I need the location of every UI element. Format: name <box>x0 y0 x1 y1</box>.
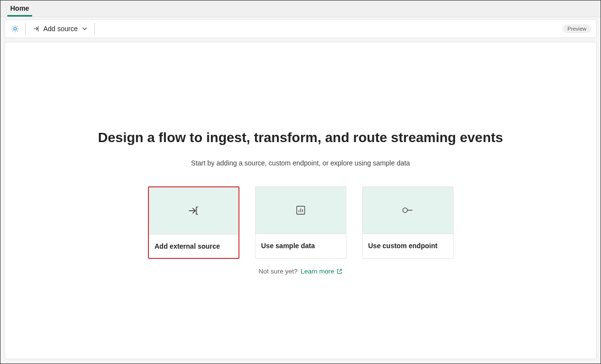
gear-icon <box>11 24 19 33</box>
card-use-custom-endpoint[interactable]: Use custom endpoint <box>362 186 454 259</box>
card-icon-area <box>149 187 238 234</box>
card-label: Use sample data <box>255 234 346 257</box>
page-subhead: Start by adding a source, custom endpoin… <box>191 159 410 167</box>
helper-row: Not sure yet? Learn more <box>258 268 342 275</box>
source-in-icon <box>187 204 200 217</box>
svg-point-0 <box>14 27 16 30</box>
card-icon-area <box>363 187 453 234</box>
source-in-icon <box>33 25 40 33</box>
main-canvas: Design a flow to ingest, transform, and … <box>4 42 597 359</box>
helper-prefix: Not sure yet? <box>258 268 297 275</box>
chevron-down-icon <box>82 26 88 32</box>
endpoint-icon <box>401 205 414 216</box>
tab-home[interactable]: Home <box>7 0 32 17</box>
option-cards: Add external source Use sample data <box>148 186 454 259</box>
external-link-icon <box>336 268 343 274</box>
toolbar: Add source Preview <box>4 19 597 38</box>
page-headline: Design a flow to ingest, transform, and … <box>98 130 503 146</box>
learn-more-link[interactable]: Learn more <box>301 268 343 275</box>
toolbar-divider <box>25 23 26 35</box>
settings-button[interactable] <box>8 21 22 36</box>
add-source-label: Add source <box>43 25 78 33</box>
svg-point-2 <box>402 208 407 212</box>
bar-chart-icon <box>295 205 306 216</box>
preview-badge: Preview <box>563 24 591 33</box>
learn-more-label: Learn more <box>301 268 334 275</box>
card-add-external-source[interactable]: Add external source <box>148 186 239 259</box>
card-icon-area <box>255 187 346 234</box>
card-use-sample-data[interactable]: Use sample data <box>255 186 346 259</box>
add-source-button[interactable]: Add source <box>29 23 91 35</box>
card-label: Add external source <box>149 234 238 258</box>
toolbar-divider <box>94 23 95 35</box>
card-label: Use custom endpoint <box>363 234 453 257</box>
tab-bar: Home <box>0 0 601 17</box>
